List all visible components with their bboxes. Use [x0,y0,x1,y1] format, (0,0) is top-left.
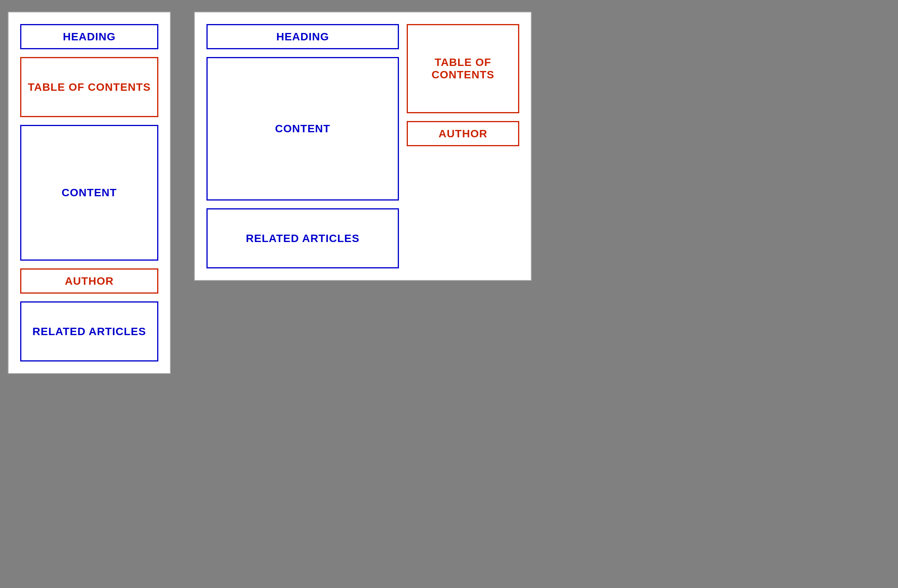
wide-content-box: CONTENT [206,57,399,201]
wide-toc-label: TABLE OF CONTENTS [408,56,518,81]
narrow-toc-box: TABLE OF CONTENTS [20,57,158,117]
narrow-toc-label: TABLE OF CONTENTS [28,81,151,93]
wide-related-label: RELATED ARTICLES [246,232,360,245]
wide-related-box: RELATED ARTICLES [206,208,399,268]
narrow-author-label: AUTHOR [65,275,114,287]
narrow-content-label: CONTENT [62,187,117,199]
wide-heading-label: HEADING [276,31,329,43]
narrow-author-box: AUTHOR [20,268,158,294]
narrow-heading-label: HEADING [63,31,116,43]
wide-layout-card: HEADING CONTENT RELATED ARTICLES TABLE O… [194,12,532,281]
wide-heading-box: HEADING [206,24,399,49]
narrow-content-box: CONTENT [20,125,158,261]
wide-card-right-column: TABLE OF CONTENTS AUTHOR [407,24,519,268]
narrow-related-label: RELATED ARTICLES [33,325,146,338]
narrow-layout-card: HEADING TABLE OF CONTENTS CONTENT AUTHOR… [8,12,171,374]
wide-content-label: CONTENT [275,123,330,135]
wide-author-box: AUTHOR [407,121,519,146]
narrow-related-box: RELATED ARTICLES [20,301,158,361]
wide-toc-box: TABLE OF CONTENTS [407,24,519,113]
narrow-heading-box: HEADING [20,24,158,49]
wide-author-label: AUTHOR [439,128,487,140]
wide-card-left-column: HEADING CONTENT RELATED ARTICLES [206,24,399,268]
